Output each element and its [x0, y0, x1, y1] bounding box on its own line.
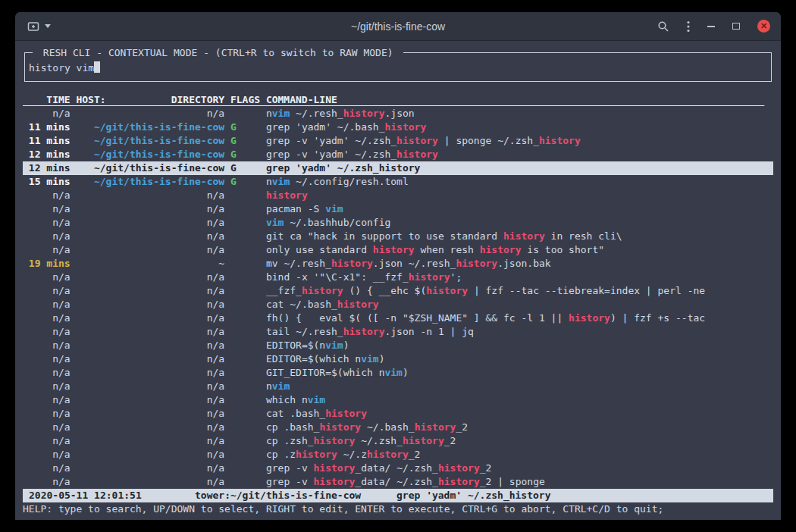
new-terminal-button[interactable] [27, 21, 51, 32]
chevron-down-icon [45, 24, 51, 28]
history-row[interactable]: 11 mins ~/git/this-is-fine-cow G grep -v… [23, 134, 773, 148]
match-history: history [367, 449, 409, 460]
match-history: history [337, 299, 379, 310]
history-row[interactable]: n/a n/a history [23, 189, 773, 202]
history-row[interactable]: n/a n/a cp .bash_history ~/.bash_history… [23, 421, 773, 434]
history-row[interactable]: n/a n/a EDITOR=$(which nvim) [23, 352, 773, 366]
history-row[interactable]: n/a n/a bind -x '"\C-x1": __fzf_history'… [23, 271, 773, 284]
match-history: history [396, 149, 438, 160]
help-line: HELP: type to search, UP/DOWN to select,… [23, 502, 773, 516]
match-vim: vim [325, 203, 343, 214]
history-rows: n/a n/a nvim ~/.resh_history.json 11 min… [23, 107, 773, 489]
search-icon [657, 20, 669, 33]
match-vim: vim [272, 176, 290, 187]
match-history: history [314, 462, 356, 474]
match-history: history [569, 312, 610, 324]
match-history: history [266, 189, 308, 201]
history-row[interactable]: n/a n/a git ca "hack in support to use s… [23, 230, 773, 243]
status-bar: 2020-05-11 12:01:51 tower:~/git/this-is-… [23, 489, 773, 502]
terminal-window: ~/git/this-is-fine-cow [15, 12, 781, 520]
match-vim: vim [384, 367, 402, 378]
history-row[interactable]: n/a n/a cp .zsh_history ~/.zsh_history_2 [23, 434, 773, 448]
match-history: history [409, 271, 450, 283]
search-query: history vim [29, 62, 94, 74]
kebab-menu-icon [687, 20, 690, 33]
match-history: history [296, 449, 337, 460]
status-location: tower:~/git/this-is-fine-cow [195, 489, 361, 502]
match-vim: vim [266, 217, 284, 228]
match-history: history [415, 421, 456, 433]
history-row[interactable]: n/a n/a fh() { eval $( ([ -n "$ZSH_NAME"… [23, 311, 773, 325]
history-row[interactable]: n/a n/a tail ~/.resh_history.json -n 1 |… [23, 325, 773, 339]
history-row-selected[interactable]: 12 mins ~/git/this-is-fine-cow G grep 'y… [23, 161, 773, 175]
titlebar[interactable]: ~/git/this-is-fine-cow [15, 12, 781, 41]
match-history: history [384, 121, 426, 133]
match-vim: vim [361, 353, 378, 365]
history-row[interactable]: 12 mins ~/git/this-is-fine-cow G grep -v… [23, 148, 773, 161]
history-row[interactable]: 11 mins ~/git/this-is-fine-cow G grep 'y… [23, 120, 773, 134]
match-history: history [319, 421, 361, 433]
match-history: history [438, 476, 480, 487]
history-row[interactable]: n/a n/a grep -v history_data/ ~/.zsh_his… [23, 475, 773, 489]
match-history: history [343, 108, 385, 119]
match-history: history [343, 326, 385, 337]
match-history: history [403, 435, 444, 446]
text-cursor [94, 61, 100, 73]
history-row[interactable]: n/a n/a which nvim [23, 393, 773, 407]
history-row[interactable]: n/a n/a nvim ~/.resh_history.json [23, 107, 773, 120]
search-box-label: RESH CLI - CONTEXTUAL MODE - (CTRL+R to … [33, 46, 403, 60]
match-vim: vim [272, 108, 290, 119]
match-history: history [373, 244, 415, 255]
history-row[interactable]: n/a n/a pacman -S vim [23, 202, 773, 216]
history-row[interactable]: n/a n/a only use standard history when r… [23, 243, 773, 257]
history-row[interactable]: n/a n/a EDITOR=$(nvim) [23, 339, 773, 352]
search-button[interactable] [657, 20, 669, 33]
match-history: history [503, 230, 545, 242]
history-row[interactable]: n/a n/a grep -v history_data/ ~/.zsh_his… [23, 462, 773, 475]
menu-button[interactable] [687, 20, 690, 33]
match-vim: vim [325, 340, 343, 351]
match-history: history [480, 244, 522, 255]
minimize-icon [707, 26, 715, 27]
match-history: history [539, 135, 581, 146]
table-header: TIME HOST: DIRECTORY FLAGS COMMAND-LINE [23, 93, 773, 107]
match-history: history [456, 258, 497, 269]
history-row[interactable]: n/a n/a cat ~/.bash_history [23, 298, 773, 311]
match-history: history [302, 285, 343, 296]
match-history: history [314, 435, 356, 446]
match-vim: vim [272, 380, 290, 392]
match-history: history [379, 162, 421, 174]
new-terminal-icon [27, 21, 39, 32]
history-row[interactable]: n/a n/a __fzf_history () { __ehc $(histo… [23, 284, 773, 298]
history-row[interactable]: n/a n/a GIT_EDITOR=$(which nvim) [23, 366, 773, 380]
minimize-button[interactable] [707, 26, 715, 27]
match-history: history [325, 408, 367, 419]
match-history: history [314, 476, 356, 487]
search-box[interactable]: RESH CLI - CONTEXTUAL MODE - (CTRL+R to … [24, 52, 772, 82]
restore-button[interactable] [732, 23, 740, 30]
match-vim: vim [308, 394, 325, 405]
match-history: history [396, 135, 438, 146]
match-history: history [438, 462, 480, 474]
match-history: history [426, 285, 468, 296]
history-row[interactable]: n/a n/a cat .bash_history [23, 407, 773, 421]
history-row[interactable]: n/a n/a cp .zhistory ~/.zhistory_2 [23, 448, 773, 462]
terminal-content: RESH CLI - CONTEXTUAL MODE - (CTRL+R to … [15, 41, 781, 516]
history-row[interactable]: 15 mins ~/git/this-is-fine-cow G nvim ~/… [23, 175, 773, 189]
status-command: grep 'yadm' ~/.zsh_history [396, 489, 551, 502]
close-button[interactable]: ✕ [757, 20, 770, 33]
match-history: history [331, 258, 373, 269]
history-row[interactable]: 19 mins ~ mv ~/.resh_history.json ~/.res… [23, 257, 773, 271]
history-row[interactable]: n/a n/a vim ~/.bashhub/config [23, 216, 773, 230]
history-row[interactable]: n/a n/a nvim [23, 380, 773, 393]
restore-icon [732, 23, 740, 30]
status-datetime: 2020-05-11 12:01:51 [29, 489, 142, 502]
